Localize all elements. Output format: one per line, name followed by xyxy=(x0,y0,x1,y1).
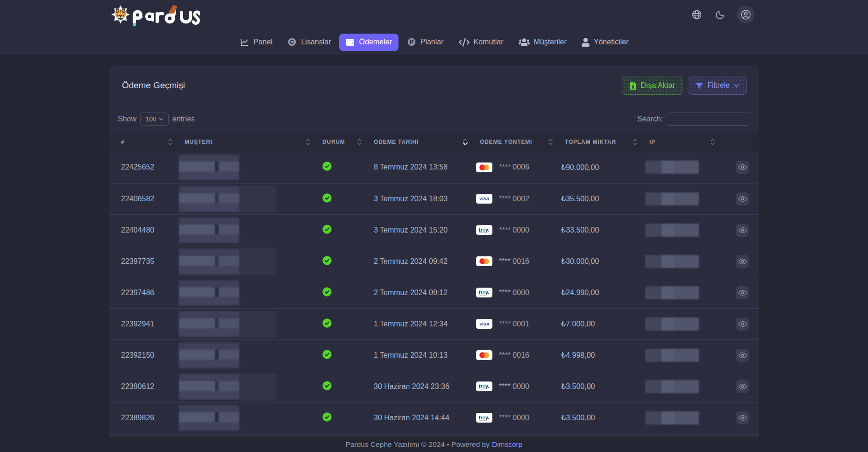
svg-text:troy: troy xyxy=(479,383,488,389)
svg-text:VISA: VISA xyxy=(479,322,489,326)
svg-text:VISA: VISA xyxy=(479,197,489,201)
svg-text:troy: troy xyxy=(479,415,488,420)
svg-text:troy: troy xyxy=(479,290,488,295)
svg-text:troy: troy xyxy=(479,227,488,233)
